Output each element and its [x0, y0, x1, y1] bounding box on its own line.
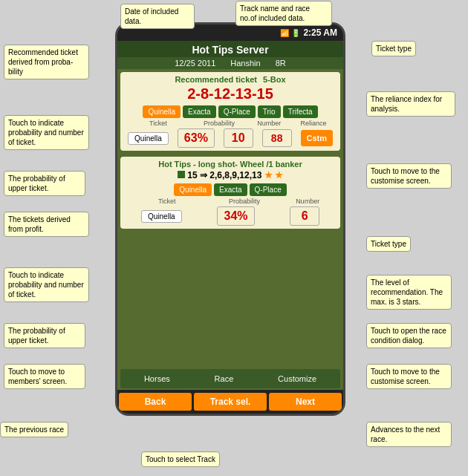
- bubble-profit: The tickets derived from profit.: [4, 212, 89, 237]
- tab-qplace-1[interactable]: Q-Place: [218, 105, 256, 118]
- bubble-prob-upper: The probability of upper ticket.: [4, 171, 85, 196]
- phone-frame: 📶 🔋 2:25 AM Hot Tips Server 12/25 2011 H…: [115, 22, 345, 416]
- data-row-1: Quinella 63% 10 88 Cstm: [125, 128, 336, 148]
- bubble-prev-race: The previous race: [0, 422, 68, 437]
- col-probability-2: Probability: [209, 198, 280, 205]
- reliance-cell: 88: [262, 129, 292, 147]
- col-number: Number: [247, 120, 291, 127]
- recommended-title: Recommended ticket: [175, 75, 257, 84]
- action-bar: Back Track sel. Next: [117, 390, 343, 414]
- recommended-numbers: 2-8-12-13-15: [125, 85, 336, 102]
- tab-quinella-2[interactable]: Quinella: [174, 183, 212, 196]
- data-row-header-1: Ticket Probability Number Reliance: [125, 120, 336, 127]
- green-square-icon: [178, 171, 185, 178]
- tab-row-1: Quinella Exacta Q-Place Trio Trifecta: [125, 105, 336, 118]
- ticket-cell-2: Quinella: [141, 210, 182, 223]
- hot-tips-title: Hot Tips - long shot- Wheel /1 banker: [125, 160, 336, 169]
- col-number-2: Number: [279, 198, 336, 205]
- ticket-cell-1: Quinella: [128, 132, 169, 145]
- tab-quinella-1[interactable]: Quinella: [143, 105, 181, 118]
- bubble-date: Date of included data.: [120, 4, 195, 29]
- tab-row-2: Quinella Exacta Q-Place: [125, 183, 336, 196]
- bubble-members: Touch to move to members' screen.: [4, 364, 85, 389]
- bubble-reliance: The reliance index for analysis.: [366, 91, 455, 117]
- number-cell-1: 10: [224, 128, 253, 148]
- col-probability: Probability: [192, 120, 247, 127]
- ticket-type-1: 5-Box: [263, 75, 286, 84]
- track-sel-button[interactable]: Track sel.: [194, 393, 267, 411]
- data-row-header-2: Ticket Probability Number: [125, 198, 336, 205]
- star-icon-1: ★: [264, 170, 273, 180]
- bubble-customise-1: Touch to move to the customise screen.: [366, 163, 452, 189]
- probability-cell-2: 34%: [217, 206, 254, 226]
- col-ticket-2: Ticket: [125, 198, 209, 205]
- cstm-button-1[interactable]: Cstm: [301, 130, 334, 146]
- app-screen: Hot Tips Server 12/25 2011 Hanshin 8R Re…: [117, 41, 343, 414]
- tab-trifecta-1[interactable]: Trifecta: [283, 105, 318, 118]
- app-title: Hot Tips Server: [192, 44, 268, 56]
- bubble-recommended: Recommended ticket derived from proba-bi…: [4, 45, 89, 79]
- data-row-2: Quinella 34% 6: [125, 206, 336, 226]
- tab-exacta-2[interactable]: Exacta: [214, 183, 247, 196]
- nav-customize[interactable]: Customize: [272, 372, 322, 385]
- bubble-race-condition: Touch to open the race condition dialog.: [366, 323, 452, 348]
- banker-number: 15: [187, 170, 197, 180]
- section-hot-tips: Hot Tips - long shot- Wheel /1 banker 15…: [120, 157, 340, 229]
- col-ticket: Ticket: [125, 120, 192, 127]
- bubble-ticket-type-2: Ticket type: [366, 236, 411, 252]
- app-header: Hot Tips Server: [117, 41, 343, 57]
- back-button[interactable]: Back: [119, 393, 192, 411]
- section-recommended: Recommended ticket 5-Box 2-8-12-13-15 Qu…: [120, 72, 340, 151]
- tab-exacta-1[interactable]: Exacta: [183, 105, 216, 118]
- number-cell-2: 6: [290, 206, 319, 226]
- time-display: 2:25 AM: [303, 27, 337, 38]
- bubble-next-race: Advances to the next race.: [366, 422, 452, 447]
- race-info: 12/25 2011 Hanshin 8R: [117, 57, 343, 69]
- star-icon-2: ★: [275, 170, 283, 180]
- tab-trio-1[interactable]: Trio: [258, 105, 281, 118]
- bubble-track: Track name and race no.of included data.: [235, 1, 332, 26]
- race-date: 12/25 2011: [175, 59, 215, 68]
- bubble-ticket-type-1: Ticket type: [371, 41, 416, 56]
- battery-icon: 🔋: [291, 29, 300, 37]
- bubble-recommendation-level: The level of recommendation. The max. is…: [366, 275, 452, 310]
- race-number: 8R: [276, 59, 286, 68]
- connection-numbers: 2,6,8,9,12,13: [209, 170, 261, 180]
- bottom-nav: Horses Race Customize: [120, 369, 340, 388]
- nav-race[interactable]: Race: [209, 372, 240, 385]
- bubble-prob-upper-2: The probability of upper ticket.: [4, 323, 85, 348]
- next-button[interactable]: Next: [269, 393, 342, 411]
- col-reliance: Reliance: [291, 120, 336, 127]
- probability-cell-1: 63%: [178, 128, 215, 148]
- status-icons: 📶 🔋: [280, 29, 300, 37]
- bubble-customise-2: Touch to move to the customise screen.: [366, 364, 452, 389]
- tab-qplace-2[interactable]: Q-Place: [250, 183, 287, 196]
- hot-tips-numbers: 15 ⇒ 2,6,8,9,12,13 ★ ★: [125, 170, 336, 180]
- bubble-track-sel: Touch to select Track: [141, 451, 220, 467]
- bubble-prob-indicate: Touch to indicate probability and number…: [4, 115, 89, 150]
- signal-icon: 📶: [280, 29, 289, 37]
- bubble-prob-indicate-2: Touch to indicate probability and number…: [4, 267, 89, 302]
- race-track: Hanshin: [230, 59, 260, 68]
- nav-horses[interactable]: Horses: [138, 372, 176, 385]
